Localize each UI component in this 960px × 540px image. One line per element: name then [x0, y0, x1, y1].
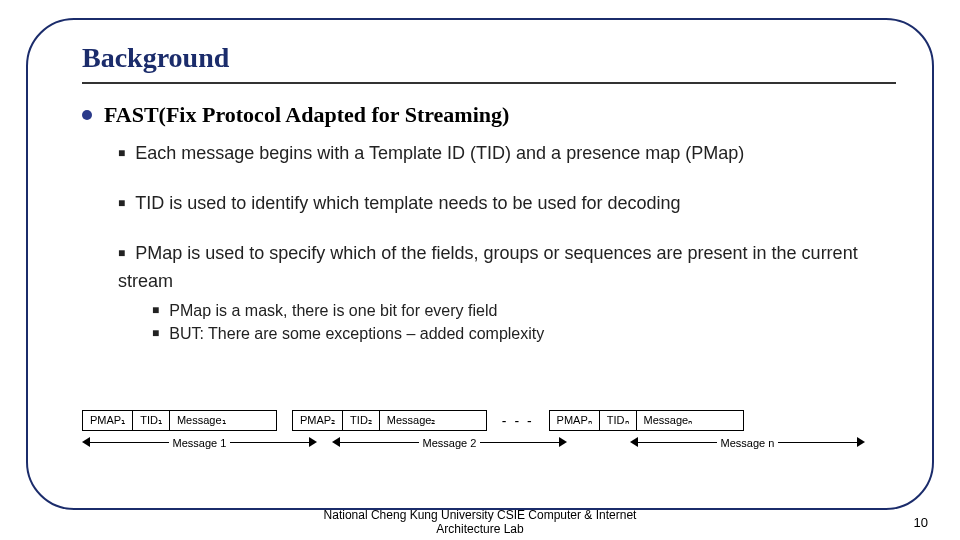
cell-pmap-1: PMAP₁ — [82, 410, 133, 431]
slide-title: Background — [82, 42, 229, 74]
footer-line-1: National Cheng Kung University CSIE Comp… — [324, 508, 637, 522]
square-bullet-icon: ■ — [152, 326, 159, 340]
cell-tid-n: TIDₙ — [599, 410, 637, 431]
cell-msg-n: Messageₙ — [636, 410, 744, 431]
point-3a: ■PMap is a mask, there is one bit for ev… — [152, 300, 896, 323]
diagram-cells-row: PMAP₁ TID₁ Message₁ PMAP₂ TID₂ Message₂ … — [82, 410, 896, 431]
message-block-2: PMAP₂ TID₂ Message₂ — [292, 410, 487, 431]
body-text: ■Each message begins with a Template ID … — [118, 140, 896, 346]
title-underline — [82, 82, 896, 84]
cell-msg-2: Message₂ — [379, 410, 487, 431]
point-1-text: Each message begins with a Template ID (… — [135, 143, 744, 163]
main-bullet-text: FAST(Fix Protocol Adapted for Streaming) — [104, 102, 509, 128]
point-3-text: PMap is used to specify which of the fie… — [118, 243, 858, 291]
point-3a-text: PMap is a mask, there is one bit for eve… — [169, 302, 497, 319]
cell-tid-2: TID₂ — [342, 410, 380, 431]
arrow-message-n: Message n — [630, 435, 865, 451]
square-bullet-icon: ■ — [118, 196, 125, 210]
arrow-right-icon — [857, 437, 865, 447]
cell-tid-1: TID₁ — [132, 410, 170, 431]
arrow-right-icon — [559, 437, 567, 447]
point-3b: ■BUT: There are some exceptions – added … — [152, 323, 896, 346]
arrow-message-1: Message 1 — [82, 435, 317, 451]
message-block-n: PMAPₙ TIDₙ Messageₙ — [549, 410, 744, 431]
ellipsis: - - - — [502, 413, 534, 429]
arrow-label-1: Message 1 — [169, 437, 231, 449]
point-1: ■Each message begins with a Template ID … — [118, 140, 896, 168]
point-3: ■PMap is used to specify which of the fi… — [118, 240, 896, 294]
arrow-label-n: Message n — [717, 437, 779, 449]
square-bullet-icon: ■ — [152, 303, 159, 317]
page-number: 10 — [914, 515, 928, 530]
footer: National Cheng Kung University CSIE Comp… — [0, 508, 960, 536]
message-block-1: PMAP₁ TID₁ Message₁ — [82, 410, 277, 431]
arrow-right-icon — [309, 437, 317, 447]
message-stream-diagram: PMAP₁ TID₁ Message₁ PMAP₂ TID₂ Message₂ … — [82, 410, 896, 451]
square-bullet-icon: ■ — [118, 146, 125, 160]
bullet-dot-icon — [82, 110, 92, 120]
point-3b-text: BUT: There are some exceptions – added c… — [169, 325, 544, 342]
cell-pmap-2: PMAP₂ — [292, 410, 343, 431]
cell-pmap-n: PMAPₙ — [549, 410, 600, 431]
arrow-label-2: Message 2 — [419, 437, 481, 449]
point-2: ■TID is used to identify which template … — [118, 190, 896, 218]
main-bullet: FAST(Fix Protocol Adapted for Streaming) — [82, 102, 509, 128]
footer-line-2: Architecture Lab — [436, 522, 523, 536]
arrow-message-2: Message 2 — [332, 435, 567, 451]
diagram-arrows-row: Message 1 Message 2 Message n — [82, 435, 896, 451]
point-2-text: TID is used to identify which template n… — [135, 193, 680, 213]
square-bullet-icon: ■ — [118, 246, 125, 260]
cell-msg-1: Message₁ — [169, 410, 277, 431]
